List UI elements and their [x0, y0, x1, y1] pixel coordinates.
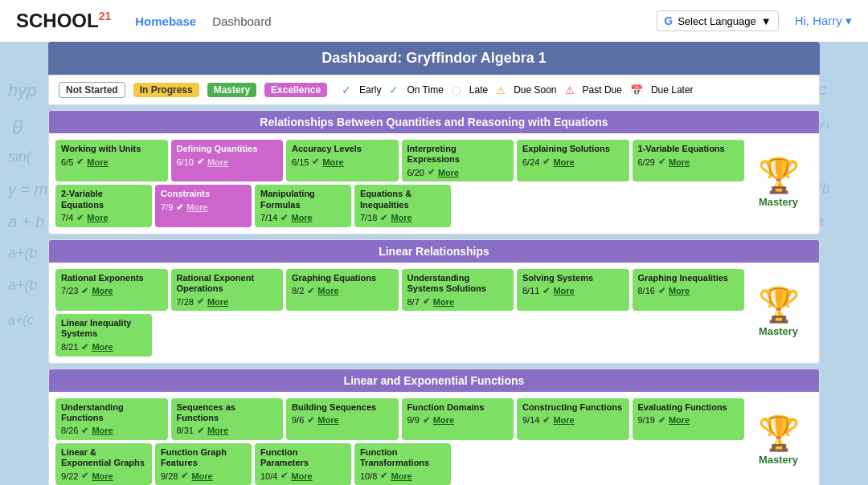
unit-function-graph-features[interactable]: Function Graph Features 9/28 ✔ More	[155, 443, 252, 485]
more-link[interactable]: More	[553, 157, 574, 167]
check-icon: ✔	[81, 426, 88, 436]
more-link[interactable]: More	[391, 213, 411, 222]
logo-sup: 21	[99, 10, 112, 22]
more-link[interactable]: More	[669, 415, 690, 425]
more-link[interactable]: More	[186, 202, 207, 212]
user-greeting[interactable]: Hi, Harry ▾	[795, 14, 852, 28]
legend-in-progress: In Progress	[133, 83, 199, 97]
dashboard: Dashboard: Gryffindor Algebra 1 Not Star…	[48, 42, 820, 485]
nav-homebase[interactable]: Homebase	[135, 14, 196, 28]
check-icon: ✔	[380, 213, 387, 223]
nav-dashboard[interactable]: Dashboard	[212, 14, 271, 28]
check-icon: ✔	[197, 157, 204, 167]
unit-function-transformations[interactable]: Function Transformations 10/8 ✔ More	[354, 443, 451, 485]
section-title-functions: Linear and Exponential Functions	[49, 369, 819, 392]
more-link[interactable]: More	[207, 297, 228, 307]
more-link[interactable]: More	[391, 471, 411, 481]
check-icon: ✔	[380, 471, 387, 481]
more-link[interactable]: More	[92, 342, 113, 352]
more-link[interactable]: More	[669, 157, 690, 167]
units-grid-linear: Rational Exponents 7/23 ✔ More Rational …	[55, 269, 744, 357]
unit-graphing-inequalities[interactable]: Graphing Inequalities 8/16 ✔ More	[633, 269, 745, 311]
check-icon: ✔	[81, 342, 88, 353]
unit-understanding-systems[interactable]: Understanding Systems Solutions 8/7 ✔ Mo…	[402, 269, 514, 311]
more-link[interactable]: More	[317, 415, 338, 425]
more-link[interactable]: More	[207, 157, 228, 167]
more-link[interactable]: More	[438, 168, 459, 177]
more-link[interactable]: More	[92, 471, 113, 481]
trophy-section-2: 🏆 Mastery	[744, 269, 813, 357]
section-relationships: Relationships Between Quantities and Rea…	[48, 110, 820, 234]
more-link[interactable]: More	[553, 286, 574, 295]
check-icon: ✔	[542, 286, 550, 296]
check-icon: ✔	[428, 167, 435, 177]
more-link[interactable]: More	[87, 157, 108, 167]
unit-function-parameters[interactable]: Function Parameters 10/4 ✔ More	[255, 443, 351, 485]
lang-label: Select Language	[678, 15, 756, 27]
unit-rational-exponent-ops[interactable]: Rational Exponent Operations 7/28 ✔ More	[171, 269, 284, 311]
trophy-section-3: 🏆 Mastery	[744, 398, 813, 486]
units-grid-functions: Understanding Functions 8/26 ✔ More Sequ…	[55, 398, 744, 486]
more-link[interactable]: More	[291, 471, 312, 481]
trophy-section-1: 🏆 Mastery	[744, 140, 813, 227]
check-icon: ✔	[280, 213, 288, 223]
legend-not-started: Not Started	[59, 82, 125, 98]
more-link[interactable]: More	[433, 297, 454, 307]
more-link[interactable]: More	[669, 286, 690, 295]
check-icon: ✔	[197, 426, 204, 436]
unit-accuracy-levels[interactable]: Accuracy Levels 6/15 ✔ More	[286, 140, 399, 181]
check-icon: ✔	[658, 415, 665, 426]
unit-function-domains[interactable]: Function Domains 9/9 ✔ More	[402, 398, 514, 440]
past-due-icon: ⚠	[565, 84, 575, 96]
late-icon: ◌	[452, 84, 461, 96]
not-started-badge: Not Started	[59, 82, 125, 98]
unit-explaining-solutions[interactable]: Explaining Solutions 6/24 ✔ More	[517, 140, 629, 181]
language-selector[interactable]: G Select Language ▼	[657, 10, 778, 31]
legend-excellence: Excellence	[264, 83, 327, 97]
on-time-check-icon: ✓	[389, 84, 399, 96]
unit-graphing-equations[interactable]: Graphing Equations 8/2 ✔ More	[286, 269, 399, 311]
unit-2variable-equations[interactable]: 2-Variable Equations 7/4 ✔ More	[55, 185, 152, 226]
check-icon: ✔	[81, 471, 88, 481]
more-link[interactable]: More	[191, 471, 212, 481]
unit-equations-inequalities[interactable]: Equations & Inequalities 7/18 ✔ More	[354, 185, 451, 226]
section-content-linear: Rational Exponents 7/23 ✔ More Rational …	[49, 263, 819, 363]
more-link[interactable]: More	[291, 213, 312, 222]
check-icon: ✔	[423, 415, 430, 426]
check-icon: ✔	[76, 157, 84, 167]
in-progress-badge: In Progress	[133, 83, 199, 97]
unit-1variable-equations[interactable]: 1-Variable Equations 6/29 ✔ More	[633, 140, 745, 181]
due-soon-label: Due Soon	[514, 84, 556, 96]
due-later-cal-icon: 📅	[630, 84, 643, 96]
unit-constraints[interactable]: Constraints 7/9 ✔ More	[155, 185, 252, 226]
early-check-icon: ✓	[342, 84, 351, 96]
unit-constructing-functions[interactable]: Constructing Functions 9/14 ✔ More	[517, 398, 629, 440]
more-link[interactable]: More	[92, 426, 113, 435]
unit-understanding-functions[interactable]: Understanding Functions 8/26 ✔ More	[55, 398, 168, 440]
more-link[interactable]: More	[92, 286, 113, 295]
more-link[interactable]: More	[317, 286, 338, 295]
unit-interpreting-expressions[interactable]: Interpreting Expressions 6/20 ✔ More	[402, 140, 514, 181]
more-link[interactable]: More	[322, 157, 343, 167]
unit-sequences-as-functions[interactable]: Sequences as Functions 8/31 ✔ More	[171, 398, 284, 440]
unit-solving-systems[interactable]: Solving Systems 8/11 ✔ More	[517, 269, 629, 311]
check-icon: ✔	[658, 286, 665, 296]
trophy-icon-3: 🏆	[758, 417, 800, 450]
unit-linear-inequality-systems[interactable]: Linear Inequality Systems 8/21 ✔ More	[55, 314, 152, 356]
unit-defining-quantities[interactable]: Defining Quantities 6/10 ✔ More	[171, 140, 284, 181]
unit-manipulating-formulas[interactable]: Manipulating Formulas 7/14 ✔ More	[255, 185, 351, 226]
check-icon: ✔	[307, 286, 314, 296]
more-link[interactable]: More	[553, 415, 574, 425]
mastery-badge: Mastery	[207, 83, 256, 97]
unit-working-units[interactable]: Working with Units 6/5 ✔ More	[55, 140, 168, 181]
unit-linear-exponential-graphs[interactable]: Linear & Exponential Graphs 9/22 ✔ More	[55, 443, 152, 485]
excellence-badge: Excellence	[264, 83, 327, 97]
check-icon: ✔	[307, 415, 314, 426]
check-icon: ✔	[176, 202, 183, 213]
unit-evaluating-functions[interactable]: Evaluating Functions 9/19 ✔ More	[633, 398, 745, 440]
unit-building-sequences[interactable]: Building Sequences 9/6 ✔ More	[286, 398, 399, 440]
more-link[interactable]: More	[433, 415, 454, 425]
unit-rational-exponents[interactable]: Rational Exponents 7/23 ✔ More	[55, 269, 168, 311]
more-link[interactable]: More	[207, 426, 228, 435]
more-link[interactable]: More	[87, 213, 108, 222]
